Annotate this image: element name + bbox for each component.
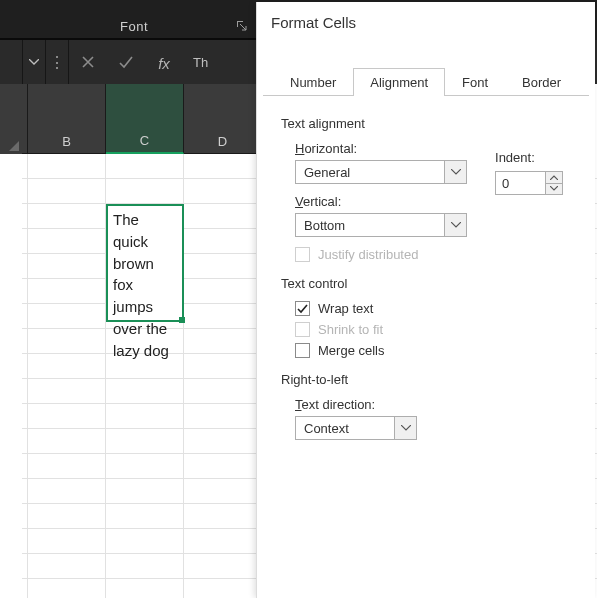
chevron-down-icon[interactable] [445, 213, 467, 237]
cell[interactable] [184, 229, 262, 254]
column-headers: B C D [22, 84, 262, 154]
cell[interactable] [28, 279, 106, 304]
horizontal-value[interactable]: General [295, 160, 445, 184]
shrink-to-fit-row: Shrink to fit [295, 322, 579, 337]
text-direction-combo[interactable]: Context [295, 416, 579, 440]
cell[interactable] [184, 179, 262, 204]
indent-label: Indent: [495, 150, 577, 165]
cell[interactable] [184, 304, 262, 329]
cell[interactable] [28, 329, 106, 354]
row-gutter [0, 154, 22, 598]
text-direction-label: Text direction: [295, 397, 579, 412]
justify-distributed-checkbox [295, 247, 310, 262]
wrap-text-checkbox[interactable] [295, 301, 310, 316]
insert-function-icon[interactable]: fx [145, 40, 183, 84]
cell[interactable] [28, 229, 106, 254]
cell[interactable] [28, 454, 106, 479]
cell[interactable] [106, 179, 184, 204]
cell[interactable] [106, 404, 184, 429]
cell[interactable] [28, 529, 106, 554]
wrap-text-row[interactable]: Wrap text [295, 301, 579, 316]
cell[interactable] [28, 304, 106, 329]
cell[interactable] [184, 404, 262, 429]
cell[interactable] [184, 454, 262, 479]
cancel-icon[interactable] [69, 40, 107, 84]
shrink-to-fit-label: Shrink to fit [318, 322, 383, 337]
column-head-c[interactable]: C [106, 84, 184, 154]
format-cells-dialog: Format Cells Number Alignment Font Borde… [256, 2, 595, 598]
cell[interactable] [106, 554, 184, 579]
spinner-down-icon[interactable] [545, 184, 563, 196]
indent-block: Indent: [495, 150, 577, 195]
dialog-tabbar: Number Alignment Font Border [263, 68, 589, 96]
justify-distributed-label: Justify distributed [318, 247, 418, 262]
tab-number[interactable]: Number [273, 68, 353, 96]
cell[interactable] [184, 204, 262, 229]
cell[interactable] [28, 179, 106, 204]
cell[interactable] [184, 529, 262, 554]
cell[interactable] [28, 479, 106, 504]
text-direction-value[interactable]: Context [295, 416, 395, 440]
cell[interactable] [184, 279, 262, 304]
cell[interactable] [106, 454, 184, 479]
cell[interactable] [106, 579, 184, 598]
cell[interactable] [28, 154, 106, 179]
cell[interactable] [28, 404, 106, 429]
cell[interactable] [28, 379, 106, 404]
merge-cells-checkbox[interactable] [295, 343, 310, 358]
cell[interactable] [106, 379, 184, 404]
tab-alignment[interactable]: Alignment [353, 68, 445, 96]
cell[interactable] [28, 579, 106, 598]
cell[interactable] [184, 554, 262, 579]
section-text-control: Text control [281, 276, 579, 291]
indent-input[interactable] [495, 171, 545, 195]
cell[interactable] [28, 354, 106, 379]
cell[interactable] [184, 379, 262, 404]
chevron-down-icon[interactable] [395, 416, 417, 440]
dialog-title: Format Cells [257, 2, 595, 42]
cell[interactable] [184, 154, 262, 179]
cell[interactable] [184, 429, 262, 454]
shrink-to-fit-checkbox [295, 322, 310, 337]
cell[interactable] [184, 479, 262, 504]
cell[interactable] [184, 254, 262, 279]
cell[interactable] [28, 254, 106, 279]
cell[interactable] [28, 504, 106, 529]
selected-cell[interactable]: The quick brown fox jumps over the lazy … [106, 204, 184, 322]
enter-icon[interactable] [107, 40, 145, 84]
vertical-combo[interactable]: Bottom [295, 213, 579, 237]
vertical-label: Vertical: [295, 194, 579, 209]
tab-border[interactable]: Border [505, 68, 578, 96]
cell[interactable] [28, 429, 106, 454]
column-head-d[interactable]: D [184, 84, 262, 154]
cell[interactable] [28, 554, 106, 579]
cell[interactable] [106, 479, 184, 504]
vertical-value[interactable]: Bottom [295, 213, 445, 237]
fill-handle[interactable] [179, 317, 185, 323]
column-head-b[interactable]: B [28, 84, 106, 154]
merge-cells-row[interactable]: Merge cells [295, 343, 579, 358]
spinner-up-icon[interactable] [545, 171, 563, 184]
section-rtl: Right-to-left [281, 372, 579, 387]
toolbar-overflow[interactable]: ⋮ [46, 40, 69, 84]
cell[interactable] [184, 504, 262, 529]
cell[interactable] [106, 504, 184, 529]
merge-cells-label: Merge cells [318, 343, 384, 358]
dialog-launcher-icon[interactable] [236, 20, 248, 32]
cell[interactable] [106, 429, 184, 454]
cell[interactable] [184, 329, 262, 354]
cell[interactable] [106, 529, 184, 554]
cell[interactable] [28, 204, 106, 229]
indent-spinner[interactable] [495, 171, 577, 195]
justify-distributed-row: Justify distributed [295, 247, 579, 262]
cell[interactable] [106, 154, 184, 179]
alignment-form: Text alignment Horizontal: General Verti… [257, 96, 595, 440]
select-all-corner[interactable] [0, 84, 23, 155]
cell[interactable] [184, 354, 262, 379]
cell[interactable] [184, 579, 262, 598]
chevron-down-icon[interactable] [445, 160, 467, 184]
wrap-text-label: Wrap text [318, 301, 373, 316]
tab-font[interactable]: Font [445, 68, 505, 96]
name-box-dropdown[interactable] [23, 40, 46, 84]
name-box[interactable] [0, 40, 23, 84]
